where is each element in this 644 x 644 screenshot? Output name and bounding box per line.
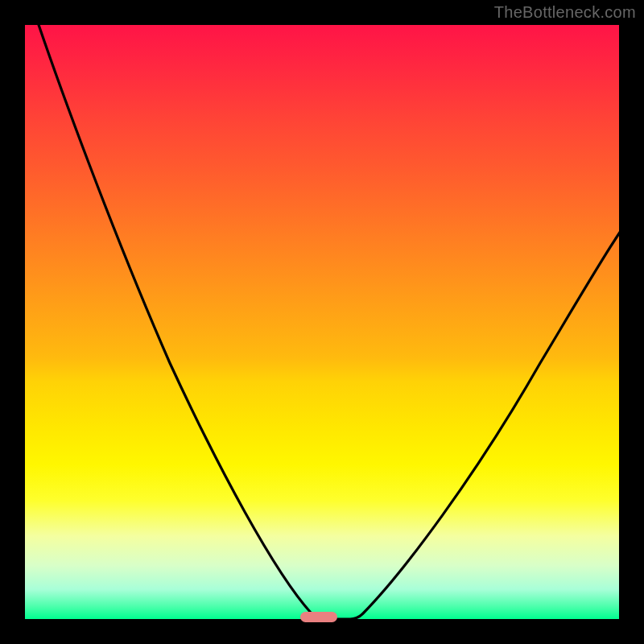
optimal-marker bbox=[300, 612, 337, 622]
curve-path bbox=[31, 25, 619, 619]
watermark-text: TheBottleneck.com bbox=[494, 3, 636, 22]
bottleneck-curve bbox=[25, 25, 619, 619]
chart-plot-area bbox=[25, 25, 619, 619]
